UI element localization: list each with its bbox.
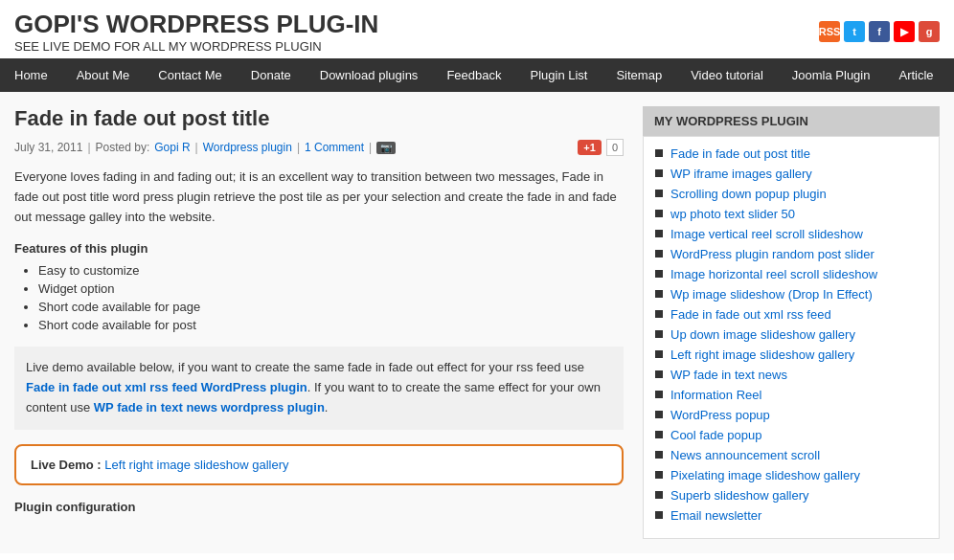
sidebar-link[interactable]: Scrolling down popup plugin — [670, 187, 827, 201]
sidebar-bullet — [655, 310, 663, 318]
sidebar-list-item: WordPress popup — [655, 408, 927, 422]
nav-sitemap[interactable]: Sitemap — [602, 58, 676, 92]
google-icon[interactable]: g — [919, 21, 940, 42]
rss-icon[interactable]: RSS — [819, 21, 840, 42]
sidebar-bullet — [655, 511, 663, 519]
sidebar-link[interactable]: Wp image slideshow (Drop In Effect) — [670, 287, 873, 302]
sidebar-link[interactable]: News announcement scroll — [670, 448, 820, 462]
sidebar-list-item: wp photo text slider 50 — [655, 207, 927, 221]
sidebar-link[interactable]: Cool fade popup — [670, 428, 761, 442]
site-subtitle: SEE LIVE DEMO FOR ALL MY WORDPRESS PLUGI… — [14, 39, 378, 54]
sidebar-link[interactable]: Superb slideshow gallery — [670, 488, 809, 503]
sidebar: MY WORDPRESS PLUGIN Fade in fade out pos… — [643, 106, 940, 539]
gplus-widget[interactable]: +1 0 — [578, 139, 624, 156]
post-category[interactable]: Wordpress plugin — [203, 141, 292, 154]
features-list: Easy to customize Widget option Short co… — [14, 263, 624, 332]
site-title: GOPI'S WORDPRESS PLUG-IN — [14, 10, 378, 39]
post-title: Fade in fade out post title — [14, 106, 624, 131]
sidebar-bullet — [655, 250, 663, 258]
feature-item: Widget option — [38, 281, 624, 296]
live-demo-label: Live Demo : — [31, 458, 102, 472]
header-icons: RSS t f ▶ g — [819, 21, 940, 42]
post-content: Fade in fade out post title July 31, 201… — [14, 106, 643, 539]
sidebar-link[interactable]: Up down image slideshow gallery — [670, 327, 855, 342]
nav-article[interactable]: Article — [884, 58, 947, 92]
sidebar-bullet — [655, 169, 663, 177]
sidebar-bullet — [655, 230, 663, 237]
sidebar-list-item: Email newsletter — [655, 508, 927, 523]
sidebar-list-item: Cool fade popup — [655, 428, 927, 442]
sidebar-bullet — [655, 370, 663, 378]
sidebar-link[interactable]: Information Reel — [670, 388, 761, 402]
sidebar-bullet — [655, 210, 663, 217]
sidebar-link[interactable]: Fade in fade out post title — [670, 146, 810, 161]
sidebar-list-item: WordPress plugin random post slider — [655, 247, 927, 261]
youtube-icon[interactable]: ▶ — [894, 21, 915, 42]
features-title: Features of this plugin — [14, 241, 624, 256]
header: GOPI'S WORDPRESS PLUG-IN SEE LIVE DEMO F… — [0, 0, 954, 58]
sidebar-link[interactable]: WP fade in text news — [670, 368, 787, 382]
sidebar-list-item: Image vertical reel scroll slideshow — [655, 227, 927, 241]
sidebar-link[interactable]: Image vertical reel scroll slideshow — [670, 227, 863, 241]
live-demo-box: Live Demo : Left right image slideshow g… — [14, 444, 624, 485]
sidebar-bullet — [655, 411, 663, 418]
post-author[interactable]: Gopi R — [154, 141, 190, 154]
sidebar-bullet — [655, 391, 663, 398]
info-bold2[interactable]: WP fade in text news wordpress plugin — [94, 400, 325, 414]
feature-item: Short code available for page — [38, 300, 624, 314]
sidebar-list-item: Fade in fade out post title — [655, 146, 927, 161]
nav-home[interactable]: Home — [0, 58, 62, 92]
gplus-count: 0 — [606, 139, 624, 156]
sidebar-link[interactable]: Pixelating image slideshow gallery — [670, 468, 860, 482]
plugin-config-title: Plugin configuration — [14, 500, 624, 514]
nav-donate[interactable]: Donate — [237, 58, 306, 92]
main-nav: Home About Me Contact Me Donate Download… — [0, 58, 954, 92]
sidebar-list-item: Information Reel — [655, 388, 927, 402]
sidebar-list-item: Fade in fade out xml rss feed — [655, 307, 927, 322]
sidebar-list-item: Pixelating image slideshow gallery — [655, 468, 927, 482]
sidebar-list-item: Scrolling down popup plugin — [655, 187, 927, 201]
meta-sep2: | — [195, 141, 198, 154]
feature-item: Short code available for post — [38, 318, 624, 332]
twitter-icon[interactable]: t — [844, 21, 865, 42]
nav-plugin-list[interactable]: Plugin List — [515, 58, 602, 92]
info-bold1[interactable]: Fade in fade out xml rss feed WordPress … — [26, 380, 307, 394]
sidebar-bullet — [655, 491, 663, 499]
post-date: July 31, 2011 — [14, 141, 82, 154]
sidebar-bullet — [655, 270, 663, 278]
sidebar-link[interactable]: WordPress plugin random post slider — [670, 247, 874, 261]
live-demo-link[interactable]: Left right image slideshow gallery — [104, 458, 288, 472]
sidebar-bullet — [655, 471, 663, 479]
post-meta: July 31, 2011 | Posted by: Gopi R | Word… — [14, 139, 624, 156]
sidebar-list-item: WP fade in text news — [655, 368, 927, 382]
nav-video-tutorial[interactable]: Video tutorial — [676, 58, 778, 92]
sidebar-link[interactable]: Email newsletter — [670, 508, 761, 523]
nav-joomla-plugin[interactable]: Joomla Plugin — [778, 58, 885, 92]
sidebar-list-item: Up down image slideshow gallery — [655, 327, 927, 342]
sidebar-bullet — [655, 350, 663, 358]
info-suffix: . — [325, 400, 329, 414]
nav-feedback[interactable]: Feedback — [432, 58, 515, 92]
sidebar-link[interactable]: Left right image slideshow gallery — [670, 347, 854, 362]
info-prefix: Live demo available below, if you want t… — [26, 360, 584, 374]
nav-about-me[interactable]: About Me — [62, 58, 145, 92]
sidebar-bullet — [655, 431, 663, 438]
nav-contact-me[interactable]: Contact Me — [144, 58, 236, 92]
meta-sep1: | — [87, 141, 90, 154]
gplus-button[interactable]: +1 — [578, 140, 602, 155]
sidebar-list-item: Superb slideshow gallery — [655, 488, 927, 503]
sidebar-bullet — [655, 149, 663, 157]
sidebar-link[interactable]: wp photo text slider 50 — [670, 207, 795, 221]
sidebar-bullet — [655, 190, 663, 197]
sidebar-bullet — [655, 451, 663, 459]
sidebar-link[interactable]: WordPress popup — [670, 408, 770, 422]
sidebar-list-item: Wp image slideshow (Drop In Effect) — [655, 287, 927, 302]
camera-icon: 📷 — [376, 142, 396, 154]
meta-sep4: | — [369, 141, 372, 154]
nav-download-plugins[interactable]: Download plugins — [306, 58, 433, 92]
sidebar-link[interactable]: Image horizontal reel scroll slideshow — [670, 267, 877, 281]
facebook-icon[interactable]: f — [869, 21, 890, 42]
sidebar-link[interactable]: Fade in fade out xml rss feed — [670, 307, 831, 322]
sidebar-link[interactable]: WP iframe images gallery — [670, 167, 812, 181]
post-comments[interactable]: 1 Comment — [305, 141, 364, 154]
